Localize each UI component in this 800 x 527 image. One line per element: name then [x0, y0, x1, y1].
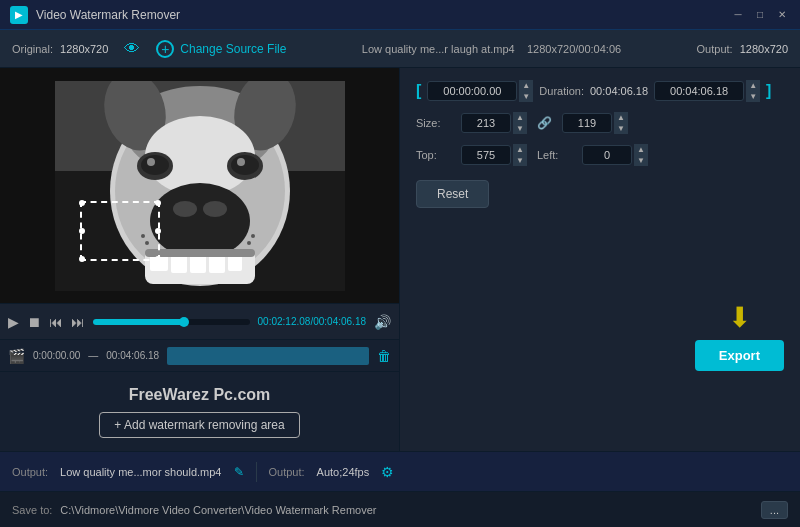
timeline-start: 0:00:00.00 — [33, 350, 80, 361]
video-panel: ▶ ⏹ ⏮ ⏭ 00:02:12.08/00:04:06.18 🔊 🎬 0:00… — [0, 68, 400, 451]
svg-point-11 — [141, 155, 169, 175]
titlebar: ▶ Video Watermark Remover ─ □ ✕ — [0, 0, 800, 30]
size-h-down[interactable]: ▼ — [614, 123, 628, 134]
step-back-button[interactable]: ⏮ — [49, 314, 63, 330]
separator — [256, 462, 257, 482]
play-button[interactable]: ▶ — [8, 314, 19, 330]
window-controls: ─ □ ✕ — [730, 7, 790, 23]
size-w-down[interactable]: ▼ — [513, 123, 527, 134]
size-w-group: ▲ ▼ — [461, 112, 527, 134]
svg-point-25 — [141, 234, 145, 238]
change-source-button[interactable]: + Change Source File — [156, 40, 286, 58]
time-display: 00:02:12.08/00:04:06.18 — [258, 316, 366, 327]
site-watermark-text: FreeWarez Pc.com — [129, 386, 271, 404]
save-bar: Save to: C:\Vidmore\Vidmore Video Conver… — [0, 491, 800, 527]
size-w-up[interactable]: ▲ — [513, 112, 527, 123]
svg-point-14 — [237, 158, 245, 166]
start-time-group: ▲ ▼ — [427, 80, 533, 102]
svg-rect-24 — [145, 249, 255, 257]
svg-point-15 — [150, 183, 250, 259]
left-value-input[interactable] — [582, 145, 632, 165]
size-height-input[interactable] — [562, 113, 612, 133]
watermark-add-area: FreeWarez Pc.com + Add watermark removin… — [0, 371, 399, 451]
timeline-bar[interactable] — [167, 347, 369, 365]
save-path: C:\Vidmore\Vidmore Video Converter\Video… — [60, 504, 752, 516]
download-arrow-icon: ⬇ — [728, 301, 751, 334]
file-info: Low quality me...r laugh at.mp4 1280x720… — [302, 43, 680, 55]
top-up[interactable]: ▲ — [513, 144, 527, 155]
end-time-input[interactable] — [654, 81, 744, 101]
output-info: Output: 1280x720 — [697, 43, 788, 55]
top-down[interactable]: ▼ — [513, 155, 527, 166]
minimize-button[interactable]: ─ — [730, 7, 746, 23]
video-preview — [55, 81, 345, 291]
volume-icon[interactable]: 🔊 — [374, 314, 391, 330]
duration-label: Duration: — [539, 85, 584, 97]
start-time-spinners: ▲ ▼ — [519, 80, 533, 102]
output-bar: Output: Low quality me...mor should.mp4 … — [0, 451, 800, 491]
bracket-close: ] — [766, 82, 771, 100]
original-label: Original: 1280x720 — [12, 43, 108, 55]
duration-value: 00:04:06.18 — [590, 85, 648, 97]
start-time-input[interactable] — [427, 81, 517, 101]
left-up[interactable]: ▲ — [634, 144, 648, 155]
export-button[interactable]: Export — [695, 340, 784, 371]
output-file-value: Low quality me...mor should.mp4 — [60, 466, 221, 478]
start-time-down[interactable]: ▼ — [519, 91, 533, 102]
app-icon: ▶ — [10, 6, 28, 24]
size-w-spinners: ▲ ▼ — [513, 112, 527, 134]
bracket-open: [ — [416, 82, 421, 100]
video-area — [0, 68, 399, 303]
svg-point-26 — [145, 241, 149, 245]
top-label: Top: — [416, 149, 451, 161]
link-icon[interactable]: 🔗 — [537, 116, 552, 130]
top-value-input[interactable] — [461, 145, 511, 165]
size-h-up[interactable]: ▲ — [614, 112, 628, 123]
left-spinners: ▲ ▼ — [634, 144, 648, 166]
add-watermark-area-button[interactable]: + Add watermark removing area — [99, 412, 299, 438]
svg-point-17 — [203, 201, 227, 217]
size-width-input[interactable] — [461, 113, 511, 133]
plus-circle-icon: + — [156, 40, 174, 58]
stop-button[interactable]: ⏹ — [27, 314, 41, 330]
edit-filename-icon[interactable]: ✎ — [234, 465, 244, 479]
trash-icon[interactable]: 🗑 — [377, 348, 391, 364]
close-button[interactable]: ✕ — [774, 7, 790, 23]
svg-point-27 — [251, 234, 255, 238]
end-time-up[interactable]: ▲ — [746, 80, 760, 91]
end-time-down[interactable]: ▼ — [746, 91, 760, 102]
position-row: Top: ▲ ▼ Left: ▲ ▼ — [416, 144, 784, 166]
left-value-group: ▲ ▼ — [582, 144, 648, 166]
timeline-icon: 🎬 — [8, 348, 25, 364]
timeline-end: 00:04:06.18 — [106, 350, 159, 361]
top-value-group: ▲ ▼ — [461, 144, 527, 166]
svg-point-28 — [247, 241, 251, 245]
maximize-button[interactable]: □ — [752, 7, 768, 23]
step-forward-button[interactable]: ⏭ — [71, 314, 85, 330]
svg-point-12 — [231, 155, 259, 175]
more-options-button[interactable]: ... — [761, 501, 788, 519]
main-toolbar: Original: 1280x720 👁 + Change Source Fil… — [0, 30, 800, 68]
start-time-up[interactable]: ▲ — [519, 80, 533, 91]
output-file-label: Output: — [12, 466, 48, 478]
progress-bar[interactable] — [93, 319, 250, 325]
settings-panel: [ ▲ ▼ Duration: 00:04:06.18 ▲ ▼ — [400, 68, 800, 451]
save-to-label: Save to: — [12, 504, 52, 516]
output-format-label: Output: — [269, 466, 305, 478]
top-spinners: ▲ ▼ — [513, 144, 527, 166]
gear-icon[interactable]: ⚙ — [381, 464, 394, 480]
svg-point-16 — [173, 201, 197, 217]
eye-icon[interactable]: 👁 — [124, 40, 140, 58]
left-down[interactable]: ▼ — [634, 155, 648, 166]
output-format-value: Auto;24fps — [317, 466, 370, 478]
reset-button[interactable]: Reset — [416, 180, 489, 208]
progress-thumb[interactable] — [179, 317, 189, 327]
progress-fill — [93, 319, 184, 325]
end-time-spinners: ▲ ▼ — [746, 80, 760, 102]
app-title: Video Watermark Remover — [36, 8, 730, 22]
size-row: Size: ▲ ▼ 🔗 ▲ ▼ — [416, 112, 784, 134]
size-h-spinners: ▲ ▼ — [614, 112, 628, 134]
timeline-fill — [167, 347, 369, 365]
timeline: 🎬 0:00:00.00 — 00:04:06.18 🗑 — [0, 339, 399, 371]
end-time-group: ▲ ▼ — [654, 80, 760, 102]
